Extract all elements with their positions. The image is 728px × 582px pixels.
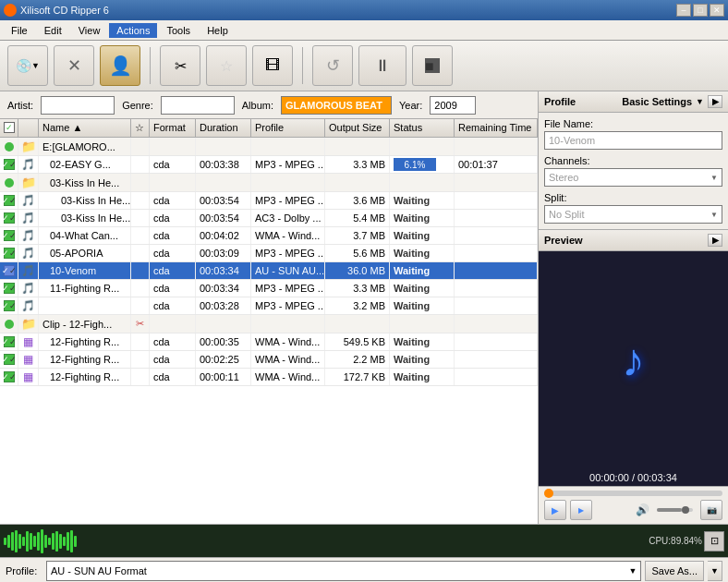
preview-expand-button[interactable]: ▶ — [708, 234, 722, 247]
seek-thumb[interactable] — [544, 489, 553, 498]
table-row[interactable]: ✓ 🎵 05-APORIA cda 00:03:09 MP3 - MPEG ..… — [0, 245, 538, 262]
table-row[interactable]: 📁 Clip - 12-Figh... ✂ — [0, 315, 538, 333]
save-as-dropdown-button[interactable]: ▼ — [708, 561, 722, 581]
table-row-selected[interactable]: ✓ 🎵 10-Venom cda 00:03:34 AU - SUN AU...… — [0, 262, 538, 280]
table-row[interactable]: ✓ 🎵 02-EASY G... cda 00:03:38 MP3 - MPEG… — [0, 156, 538, 174]
row-check[interactable]: ✓ — [0, 333, 18, 350]
menu-edit[interactable]: Edit — [37, 23, 69, 38]
menu-actions[interactable]: Actions — [109, 23, 157, 38]
row-check[interactable]: ✓ — [0, 156, 18, 173]
row-check[interactable]: ✓ — [0, 210, 18, 226]
menu-tools[interactable]: Tools — [159, 23, 198, 38]
channels-value: Stereo — [549, 172, 578, 183]
row-format: cda — [150, 156, 196, 173]
profile-select-arrow: ▼ — [629, 566, 637, 576]
th-name[interactable]: Name ▲ — [39, 119, 131, 137]
row-check[interactable]: ✓ — [0, 351, 18, 368]
file-name-input[interactable] — [544, 131, 722, 150]
preview-canvas: ♪ — [539, 251, 728, 469]
add-cd-button[interactable]: 💿▼ — [7, 45, 48, 86]
genre-input[interactable] — [161, 96, 235, 115]
row-icon: 🎵 — [18, 227, 39, 244]
row-check[interactable] — [0, 174, 18, 191]
table-row[interactable]: 📁 E:[GLAMORO... — [0, 138, 538, 156]
settings-dropdown: ▼ — [696, 97, 704, 106]
wave-bar — [44, 535, 47, 548]
row-check[interactable]: ✓ — [0, 262, 18, 279]
row-check[interactable]: ✓ — [0, 369, 18, 385]
save-as-label: Save As... — [651, 565, 698, 576]
remove-button[interactable]: ✕ — [54, 45, 94, 86]
row-star[interactable] — [131, 297, 150, 314]
table-row[interactable]: ✓ 🎵 11-Fighting R... cda 00:03:34 MP3 - … — [0, 280, 538, 297]
row-check[interactable]: ✓ — [0, 297, 18, 314]
row-check[interactable]: ✓ — [0, 227, 18, 244]
table-row[interactable]: ✓ 🎵 cda 00:03:28 MP3 - MPEG ... 3.2 MB W… — [0, 297, 538, 315]
row-star[interactable] — [131, 192, 150, 209]
table-row[interactable]: ✓ ▦ 12-Fighting R... cda 00:00:35 WMA - … — [0, 333, 538, 351]
play-button[interactable]: ▶ — [544, 500, 566, 520]
volume-bar[interactable] — [657, 508, 693, 512]
row-check[interactable] — [0, 138, 18, 155]
row-check[interactable]: ✓ — [0, 192, 18, 209]
rip-button[interactable]: 👤 — [100, 45, 140, 86]
row-name: 12-Fighting R... — [39, 351, 131, 368]
maximize-button[interactable]: □ — [693, 4, 708, 17]
th-status[interactable]: Status — [390, 119, 455, 137]
channels-select[interactable]: Stereo ▼ — [544, 168, 722, 187]
row-status: Waiting — [390, 333, 455, 350]
album-input[interactable] — [281, 96, 392, 115]
menu-view[interactable]: View — [71, 23, 108, 38]
th-remaining[interactable]: Remaining Time — [455, 119, 538, 137]
rewind-button[interactable]: ▶ — [570, 500, 592, 520]
table-row[interactable]: ✓ 🎵 04-What Can... cda 00:04:02 WMA - Wi… — [0, 227, 538, 245]
refresh-button[interactable]: ↺ — [312, 45, 353, 86]
row-check[interactable] — [0, 315, 18, 333]
star-button[interactable]: ☆ — [206, 45, 247, 86]
save-as-button[interactable]: Save As... — [645, 561, 704, 581]
profile-expand-button[interactable]: ▶ — [708, 95, 722, 108]
album-label: Album: — [242, 100, 273, 111]
split-select[interactable]: No Split ▼ — [544, 205, 722, 224]
row-check[interactable]: ✓ — [0, 280, 18, 297]
row-star[interactable] — [131, 333, 150, 350]
row-check[interactable]: ✓ — [0, 245, 18, 261]
table-row[interactable]: ✓ ▦ 12-Fighting R... cda 00:02:25 WMA - … — [0, 351, 538, 369]
menu-help[interactable]: Help — [200, 23, 236, 38]
volume-thumb[interactable] — [682, 506, 689, 514]
minimize-button[interactable]: – — [676, 4, 691, 17]
capture-button[interactable]: ⊡ — [704, 531, 724, 552]
table-row[interactable]: ✓ 🎵 03-Kiss In He... cda 00:03:54 MP3 - … — [0, 192, 538, 210]
menu-file[interactable]: File — [4, 23, 35, 38]
row-star[interactable] — [131, 156, 150, 173]
row-remaining — [455, 333, 538, 350]
row-star[interactable] — [131, 245, 150, 261]
row-star[interactable]: ✂ — [131, 315, 150, 333]
row-star[interactable] — [131, 174, 150, 191]
profile-select[interactable]: AU - SUN AU Format ▼ — [46, 561, 641, 581]
stop-button[interactable]: ■ — [412, 45, 453, 86]
row-star[interactable] — [131, 351, 150, 368]
table-row[interactable]: 📁 03-Kiss In He... — [0, 174, 538, 192]
seek-bar[interactable] — [544, 491, 722, 496]
row-star[interactable] — [131, 262, 150, 279]
profile-title-text: Profile — [544, 96, 576, 107]
row-star[interactable] — [131, 138, 150, 155]
row-star[interactable] — [131, 369, 150, 385]
row-star[interactable] — [131, 280, 150, 297]
screenshot-button[interactable]: 📷 — [700, 500, 722, 520]
year-input[interactable] — [430, 96, 476, 115]
th-format[interactable]: Format — [150, 119, 196, 137]
table-row[interactable]: ✓ ▦ 12-Fighting R... cda 00:00:11 WMA - … — [0, 369, 538, 386]
cut-button[interactable]: ✂ — [160, 45, 200, 86]
row-star[interactable] — [131, 210, 150, 226]
film-button[interactable]: 🎞 — [252, 45, 293, 86]
th-duration[interactable]: Duration — [196, 119, 251, 137]
artist-input[interactable] — [41, 96, 115, 115]
row-star[interactable] — [131, 227, 150, 244]
pause-button[interactable]: ⏸ — [358, 45, 406, 86]
close-button[interactable]: ✕ — [710, 4, 724, 17]
th-profile[interactable]: Profile — [251, 119, 325, 137]
th-size[interactable]: Output Size — [325, 119, 390, 137]
table-row[interactable]: ✓ 🎵 03-Kiss In He... cda 00:03:54 AC3 - … — [0, 210, 538, 227]
